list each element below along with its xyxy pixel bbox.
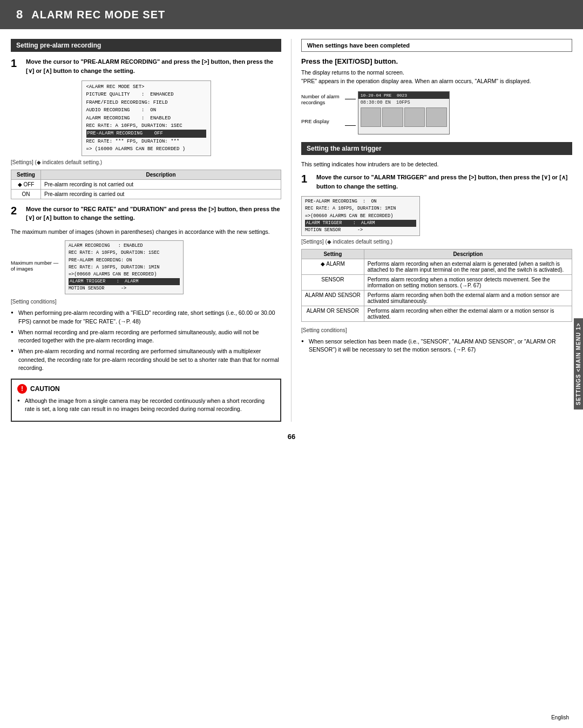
list-item: When sensor selection has been made (i.e…	[301, 338, 572, 354]
step-alarm-trigger-1: 1 Move the cursor to "ALARM TRIGGER" and…	[301, 173, 572, 191]
alarm-trigger-section-header: Setting the alarm trigger	[301, 142, 572, 155]
left-column: Setting pre-alarm recording 1 Move the c…	[11, 39, 292, 422]
screen2-diagram: Maximum number —of images ALARM RECORDIN…	[11, 240, 281, 294]
caution-icon: !	[17, 384, 27, 394]
alarm-trigger-intro: This setting indicates how intruders are…	[301, 160, 572, 169]
exit-osd-text1: The display returns to the normal screen…	[301, 69, 572, 86]
list-item: Although the image from a single camera …	[17, 397, 275, 413]
camera-image-3	[404, 107, 425, 127]
step-2: 2 Move the cursor to "REC RATE" and "DUR…	[11, 205, 281, 223]
main-content: Setting pre-alarm recording 1 Move the c…	[0, 39, 583, 422]
chapter-number: 8	[16, 8, 23, 22]
max-images-label: Maximum number —of images	[11, 240, 65, 272]
settings-table-alarm-trigger: Setting Description ◆ ALARM Performs ala…	[301, 249, 572, 322]
when-completed-box: When settings have been completed	[301, 39, 572, 52]
settings-note-at: [Settings] (◆ indicates default setting.…	[301, 239, 572, 245]
pre-screen: 10-20-04 PRE 0023 08:30:00 EN 10FPS	[358, 91, 450, 134]
screen-box-2: ALARM RECORDING : ENABLED REC RATE: A 10…	[65, 240, 184, 294]
right-column: When settings have been completed Press …	[292, 39, 572, 422]
camera-image-2	[382, 107, 403, 127]
setting-conditions-1: [Setting conditions] When performing pre…	[11, 299, 281, 372]
table-row: SENSOR Performs alarm recording when a m…	[302, 275, 572, 291]
caution-title: ! CAUTION	[17, 384, 275, 394]
table-at-header-description: Description	[364, 250, 572, 259]
section-pre-alarm-header: Setting pre-alarm recording	[11, 39, 281, 52]
table1-header-setting: Setting	[11, 170, 41, 179]
step-1: 1 Move the cursor to "PRE-ALARM RECORDIN…	[11, 57, 281, 75]
camera-image-1	[361, 107, 382, 127]
pre-labels: Number of alarmrecordings PRE display	[301, 91, 340, 125]
conditions-list-1: When performing pre-alarm recording with…	[11, 309, 281, 372]
list-item: When normal recording and pre-alarm reco…	[11, 328, 281, 345]
conditions-list-right: When sensor selection has been made (i.e…	[301, 338, 572, 354]
step-1-content: Move the cursor to "PRE-ALARM RECORDING"…	[26, 57, 281, 75]
language-label: English	[551, 714, 569, 720]
page-number: 66	[0, 433, 583, 441]
step-2-content: Move the cursor to "REC RATE" and "DURAT…	[26, 205, 281, 223]
screen-alarm-trigger: PRE-ALARM RECORDING : ON REC RATE: A 10F…	[301, 196, 420, 236]
list-item: When pre-alarm recording and normal reco…	[11, 347, 281, 372]
step-at1-number: 1	[301, 173, 313, 191]
camera-image-4	[426, 107, 447, 127]
caution-box: ! CAUTION Although the image from a sing…	[11, 379, 281, 422]
screen-box-1: <ALARM REC MODE SET> PICTURE QUALITY : E…	[82, 80, 211, 156]
table-row: ◆ OFF Pre-alarm recording is not carried…	[11, 179, 281, 189]
exit-osd-heading: Press the [EXIT/OSD] button.	[301, 57, 572, 65]
caution-list: Although the image from a single camera …	[17, 397, 275, 413]
side-label: SETTINGS <MAIN MENU 1>	[574, 319, 583, 410]
table-row: ON Pre-alarm recording is carried out	[11, 189, 281, 199]
setting-conditions-right: [Setting conditions] When sensor selecti…	[301, 327, 572, 354]
step2-note: The maximum number of images (shown in p…	[11, 228, 281, 237]
setting-conditions-title-right: [Setting conditions]	[301, 327, 572, 333]
setting-conditions-title-1: [Setting conditions]	[11, 299, 281, 305]
settings-table-1: Setting Description ◆ OFF Pre-alarm reco…	[11, 170, 281, 199]
chapter-header: 8 ALARM REC MODE SET	[0, 0, 583, 29]
chapter-title: ALARM REC MODE SET	[31, 9, 165, 21]
table-row: ALARM OR SENSOR Performs alarm recording…	[302, 306, 572, 322]
settings-note-1: [Settings] (◆ indicates default setting.…	[11, 159, 281, 165]
step-2-number: 2	[11, 205, 23, 223]
table-at-header-setting: Setting	[302, 250, 364, 259]
step-at1-content: Move the cursor to "ALARM TRIGGER" and p…	[316, 173, 572, 191]
table1-header-description: Description	[41, 170, 281, 179]
table-row: ALARM AND SENSOR Performs alarm recordin…	[302, 291, 572, 306]
alarm-recordings-label: Number of alarmrecordings	[301, 93, 340, 105]
table-row: ◆ ALARM Performs alarm recording when an…	[302, 259, 572, 275]
list-item: When performing pre-alarm recording with…	[11, 309, 281, 325]
pre-display-label: PRE display	[301, 118, 329, 124]
pre-display-area: Number of alarmrecordings PRE display 10…	[301, 91, 572, 134]
step-1-number: 1	[11, 57, 23, 75]
